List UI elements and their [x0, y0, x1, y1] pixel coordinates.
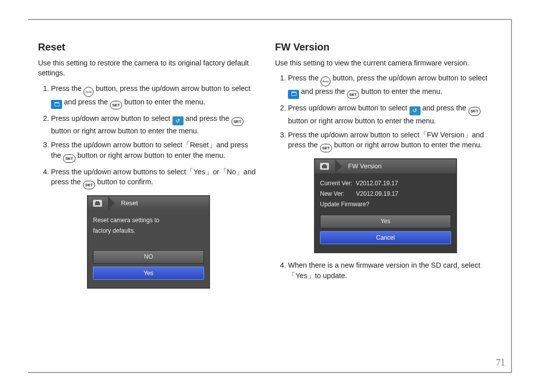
lcd-line: factory defaults.	[93, 227, 204, 235]
auto-button-icon: Auto	[320, 76, 330, 86]
fw-step-1: Press the Auto button, press the up/down…	[288, 73, 496, 99]
reset-menu-icon: ↺	[172, 116, 184, 125]
reset-step-3: Press the up/down arrow button to select…	[51, 140, 259, 162]
set-button-icon: SET	[83, 181, 96, 189]
lcd-header: FW Version	[315, 159, 456, 173]
fwversion-lcd-screenshot: FW Version Current Ver: V2012.07.19.17 N…	[314, 158, 457, 253]
lcd-current-ver: Current Ver: V2012.07.19.17	[320, 179, 451, 188]
fwversion-steps: Press the Auto button, press the up/down…	[275, 73, 496, 152]
lcd-no-button[interactable]: NO	[93, 250, 204, 264]
set-button-icon: SET	[347, 90, 360, 99]
reset-menu-icon: ↺	[410, 106, 420, 115]
fw-step-2: Press up/down arrow button to select ↺ a…	[288, 103, 496, 125]
reset-lcd-screenshot: Reset Reset camera settings to factory d…	[87, 195, 210, 289]
reset-step-4: Press the up/down arrow buttons to selec…	[51, 167, 259, 189]
lcd-title: FW Version	[348, 162, 382, 171]
lcd-body: Current Ver: V2012.07.19.17 New Ver: V20…	[315, 173, 456, 252]
lcd-header-icon	[320, 163, 329, 170]
lcd-header-icon	[93, 200, 102, 207]
setup-menu-icon: 🗔	[51, 100, 62, 109]
set-button-icon: SET	[232, 117, 244, 126]
reset-steps: Press the Auto button, press the up/down…	[38, 83, 259, 190]
lcd-body: Reset camera settings to factory default…	[88, 210, 209, 288]
lcd-new-ver: New Ver: V2012.09.19.17	[320, 190, 451, 198]
lcd-line: Reset camera settings to	[93, 216, 204, 225]
right-column: FW Version Use this setting to view the …	[275, 40, 496, 291]
fwversion-intro: Use this setting to view the current cam…	[275, 58, 496, 68]
setup-menu-icon: 🗔	[288, 90, 299, 99]
fwversion-heading: FW Version	[275, 40, 496, 54]
set-button-icon: SET	[468, 107, 481, 115]
fwversion-steps-cont: When there is a new firmware version in …	[275, 260, 496, 281]
fw-step-3: Press the up/down arrow button to select…	[288, 130, 496, 152]
lcd-yes-button[interactable]: Yes	[320, 215, 451, 228]
reset-step-2: Press up/down arrow button to select ↺ a…	[51, 113, 259, 136]
lcd-update-prompt: Update Firmware?	[320, 200, 451, 209]
lcd-yes-button[interactable]: Yes	[93, 267, 204, 280]
auto-button-icon: Auto	[84, 87, 94, 97]
lcd-header: Reset	[88, 196, 209, 210]
fw-step-4: When there is a new firmware version in …	[288, 260, 496, 281]
set-button-icon: SET	[63, 154, 76, 163]
reset-step-1: Press the Auto button, press the up/down…	[51, 83, 259, 109]
reset-heading: Reset	[38, 40, 259, 54]
left-column: Reset Use this setting to restore the ca…	[38, 40, 259, 291]
reset-intro: Use this setting to restore the camera t…	[38, 58, 259, 78]
set-button-icon: SET	[320, 144, 332, 152]
svg-rect-0	[95, 202, 100, 205]
page-number: 71	[496, 358, 505, 368]
set-button-icon: SET	[110, 101, 122, 109]
svg-rect-3	[323, 164, 326, 165]
lcd-cancel-button[interactable]: Cancel	[320, 231, 451, 245]
svg-rect-2	[322, 165, 327, 168]
svg-rect-1	[96, 201, 99, 202]
page-frame: Reset Use this setting to restore the ca…	[28, 19, 512, 373]
lcd-title: Reset	[121, 199, 138, 208]
